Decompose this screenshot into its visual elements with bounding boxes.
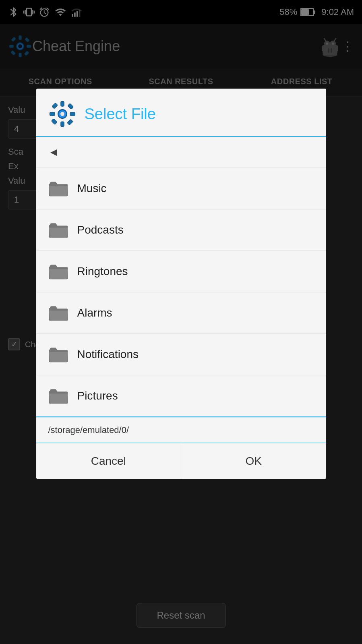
folder-icon <box>48 261 68 282</box>
svg-rect-35 <box>52 103 58 109</box>
folder-icon <box>48 178 68 199</box>
svg-rect-31 <box>60 101 64 107</box>
svg-rect-36 <box>67 119 73 125</box>
modal-header: Select File <box>36 89 326 137</box>
select-file-modal: Select File ◄ Music Podcasts <box>36 89 326 479</box>
file-name: Music <box>77 182 107 195</box>
folder-icon <box>48 220 68 240</box>
file-list: Music Podcasts Ringtones <box>36 168 326 417</box>
svg-rect-32 <box>60 122 64 127</box>
ok-button[interactable]: OK <box>181 443 326 479</box>
svg-rect-34 <box>70 112 75 116</box>
folder-icon <box>48 344 68 364</box>
file-name: Podcasts <box>77 224 124 236</box>
file-name: Alarms <box>77 306 112 319</box>
modal-title: Select File <box>85 106 156 123</box>
svg-rect-33 <box>50 112 55 116</box>
list-item[interactable]: Pictures <box>36 375 326 417</box>
back-arrow-icon[interactable]: ◄ <box>48 146 60 158</box>
svg-rect-37 <box>51 118 57 124</box>
back-navigation-row[interactable]: ◄ <box>36 137 326 168</box>
list-item[interactable]: Ringtones <box>36 251 326 292</box>
folder-icon <box>48 386 68 406</box>
list-item[interactable]: Alarms <box>36 292 326 334</box>
cancel-button[interactable]: Cancel <box>36 443 182 479</box>
list-item[interactable]: Music <box>36 168 326 209</box>
svg-rect-38 <box>67 104 73 110</box>
list-item[interactable]: Notifications <box>36 334 326 375</box>
modal-logo-icon <box>48 100 77 128</box>
file-name: Ringtones <box>77 265 128 278</box>
modal-footer: Cancel OK <box>36 443 326 479</box>
svg-point-40 <box>60 112 64 116</box>
folder-icon <box>48 303 68 323</box>
modal-overlay: Select File ◄ Music Podcasts <box>0 0 362 644</box>
current-path: /storage/emulated/0/ <box>36 417 326 443</box>
list-item[interactable]: Podcasts <box>36 209 326 251</box>
file-name: Notifications <box>77 348 139 361</box>
file-name: Pictures <box>77 389 118 402</box>
